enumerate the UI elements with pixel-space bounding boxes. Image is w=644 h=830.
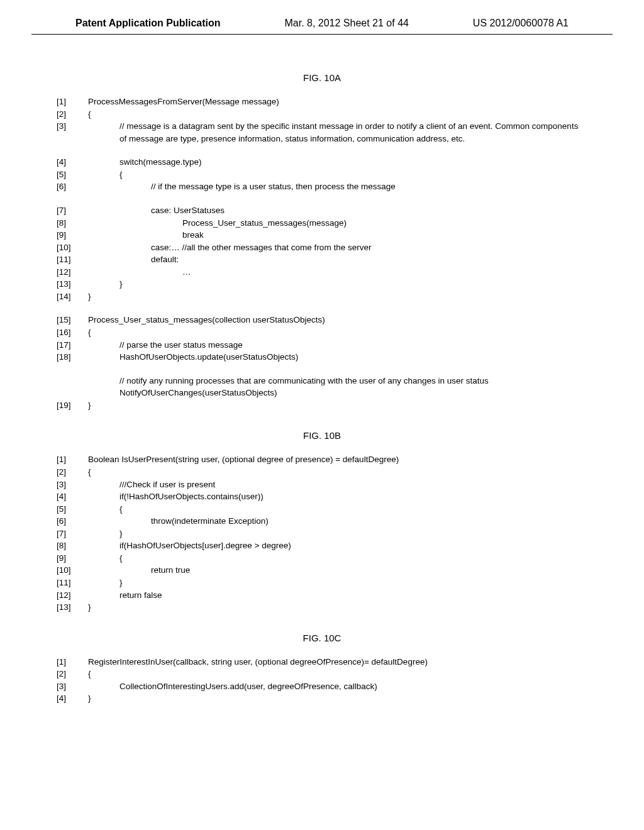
code-line: [6]throw(indeterminate Exception) xyxy=(57,515,587,528)
blank-line xyxy=(57,193,587,204)
line-number: [15] xyxy=(57,314,88,326)
line-number: [18] xyxy=(57,351,88,363)
code-line: [15]Process_User_status_messages(collect… xyxy=(57,314,587,326)
line-number: [14] xyxy=(57,290,88,303)
code-line: [4]switch(message.type) xyxy=(57,156,587,169)
code-text: { xyxy=(88,466,587,479)
blank-line xyxy=(57,145,587,156)
line-number: [1] xyxy=(57,96,88,108)
code-text: } xyxy=(88,528,587,540)
code-line: [10]case:… //all the other messages that… xyxy=(57,241,587,254)
line-number: [16] xyxy=(57,326,88,339)
line-number: [4] xyxy=(57,156,88,169)
code-line: [11]default: xyxy=(57,253,587,266)
line-number: [7] xyxy=(57,204,88,217)
code-text: case: UserStatuses xyxy=(88,204,587,217)
code-line: [3]CollectionOfInterestingUsers.add(user… xyxy=(57,680,587,693)
code-line: [9]break xyxy=(57,229,587,241)
code-line: [3]///Check if user is present xyxy=(57,479,587,491)
line-number: [17] xyxy=(57,339,88,351)
code-line: [5]{ xyxy=(57,169,587,181)
code-line: [2]{ xyxy=(57,466,587,479)
page-header: Patent Application Publication Mar. 8, 2… xyxy=(31,0,613,35)
header-center: Mar. 8, 2012 Sheet 21 of 44 xyxy=(284,18,408,29)
code-text: Process_User_status_messages(message) xyxy=(88,217,587,230)
header-left: Patent Application Publication xyxy=(75,18,221,29)
code-line: [3]// message is a datagram sent by the … xyxy=(57,120,587,145)
code-text: Boolean IsUserPresent(string user, (opti… xyxy=(88,453,587,466)
code-line: [13]} xyxy=(57,278,587,290)
line-number: [8] xyxy=(57,217,88,230)
code-text: case:… //all the other messages that com… xyxy=(88,241,587,254)
line-number: [3] xyxy=(57,120,88,133)
code-text: NotifyOfUserChanges(userStatusObjects) xyxy=(88,387,587,399)
code-text: ///Check if user is present xyxy=(88,479,587,491)
code-text: // if the message type is a user status,… xyxy=(88,180,587,193)
code-text: ProcessMessagesFromServer(Message messag… xyxy=(88,96,587,108)
line-number: [12] xyxy=(57,266,88,279)
line-number: [4] xyxy=(57,692,88,705)
code-text: if(HashOfUserObjects[user].degree > degr… xyxy=(88,540,587,552)
line-number: [2] xyxy=(57,466,88,479)
code-text: return true xyxy=(88,564,587,577)
code-text: switch(message.type) xyxy=(88,156,587,169)
content-area: FIG. 10A [1]ProcessMessagesFromServer(Me… xyxy=(0,35,644,724)
code-line: [2]{ xyxy=(57,108,587,121)
figure-10a-code: [1]ProcessMessagesFromServer(Message mes… xyxy=(57,96,587,411)
figure-10c-code: [1]RegisterInterestInUser(callback, stri… xyxy=(57,656,587,705)
code-line: [12]… xyxy=(57,266,587,279)
code-text: } xyxy=(88,290,587,303)
code-text: // parse the user status message xyxy=(88,339,587,351)
line-number: [9] xyxy=(57,229,88,241)
code-text: { xyxy=(88,668,587,680)
line-number: [10] xyxy=(57,564,88,577)
code-text: // message is a datagram sent by the spe… xyxy=(88,120,587,145)
line-number: [2] xyxy=(57,668,88,680)
header-right: US 2012/0060078 A1 xyxy=(473,18,569,29)
code-text: } xyxy=(88,601,587,614)
line-number: [8] xyxy=(57,540,88,552)
line-number: [2] xyxy=(57,108,88,121)
code-text: } xyxy=(88,577,587,589)
line-number: [3] xyxy=(57,479,88,491)
line-number: [12] xyxy=(57,589,88,602)
code-line: [10]return true xyxy=(57,564,587,577)
code-line: [16]{ xyxy=(57,326,587,339)
code-text: { xyxy=(88,108,587,121)
line-number: [19] xyxy=(57,399,88,412)
code-text: break xyxy=(88,229,587,241)
line-number: [10] xyxy=(57,241,88,254)
code-text: Process_User_status_messages(collection … xyxy=(88,314,587,326)
code-text: { xyxy=(88,169,587,181)
line-number: [5] xyxy=(57,503,88,516)
code-line: [2]{ xyxy=(57,668,587,680)
code-line: [4]} xyxy=(57,692,587,705)
blank-line xyxy=(57,302,587,314)
code-line: [14]} xyxy=(57,290,587,303)
code-text: } xyxy=(88,692,587,705)
code-line: [11]} xyxy=(57,577,587,589)
figure-10a-title: FIG. 10A xyxy=(57,72,587,83)
line-number: [4] xyxy=(57,490,88,503)
line-number: [7] xyxy=(57,528,88,540)
code-text: throw(indeterminate Exception) xyxy=(88,515,587,528)
code-line: [6]// if the message type is a user stat… xyxy=(57,180,587,193)
line-number: [3] xyxy=(57,680,88,693)
line-number: [1] xyxy=(57,656,88,668)
code-text: { xyxy=(88,503,587,516)
code-line: [5]{ xyxy=(57,503,587,516)
code-line: [17]// parse the user status message xyxy=(57,339,587,351)
code-line: [7]} xyxy=(57,528,587,540)
code-line: [7]case: UserStatuses xyxy=(57,204,587,217)
code-line: [9]{ xyxy=(57,552,587,565)
code-text: default: xyxy=(88,253,587,266)
line-number: [13] xyxy=(57,278,88,290)
code-line: [1]ProcessMessagesFromServer(Message mes… xyxy=(57,96,587,108)
code-text: } xyxy=(88,278,587,290)
code-line: [1]RegisterInterestInUser(callback, stri… xyxy=(57,656,587,668)
code-text: } xyxy=(88,399,587,412)
line-number: [5] xyxy=(57,169,88,181)
code-text: CollectionOfInterestingUsers.add(user, d… xyxy=(88,680,587,693)
code-line: [4]if(!HashOfUserObjects.contains(user)) xyxy=(57,490,587,503)
code-text: // notify any running processes that are… xyxy=(88,375,587,387)
